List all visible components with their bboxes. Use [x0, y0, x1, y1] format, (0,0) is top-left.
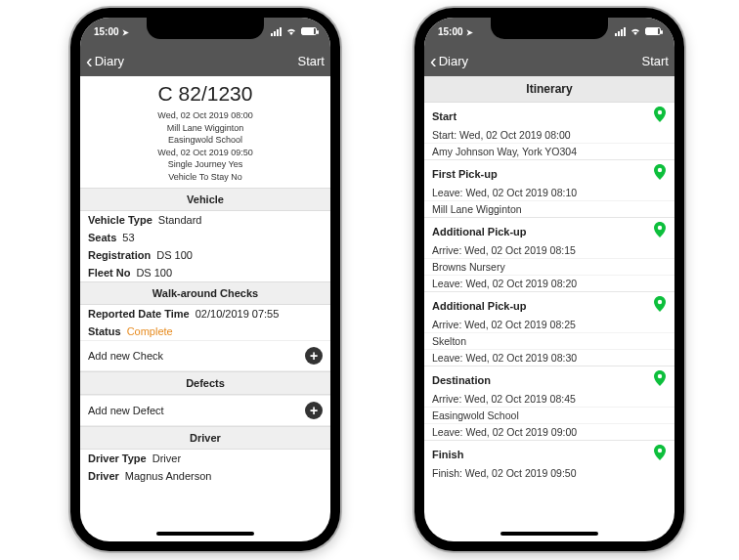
- kv-row-status: StatusComplete: [80, 323, 330, 340]
- stop-line: Amy Johnson Way, York YO304: [424, 143, 674, 159]
- stop-line: Leave: Wed, 02 Oct 2019 08:10: [424, 185, 674, 200]
- chevron-left-icon: ‹: [430, 51, 437, 70]
- status-icons: [271, 26, 317, 36]
- stop-name: Destination: [432, 374, 491, 386]
- kv-row: Fleet NoDS 100: [80, 264, 330, 281]
- add-check-row[interactable]: Add new Check +: [80, 340, 330, 371]
- map-pin-icon[interactable]: [653, 370, 667, 389]
- status-time: 15:00: [438, 26, 473, 37]
- back-button[interactable]: ‹Diary: [430, 51, 468, 70]
- section-header-checks: Walk-around Checks: [80, 281, 330, 305]
- stop-label[interactable]: Additional Pick-up: [424, 217, 674, 242]
- svg-point-1: [658, 168, 662, 172]
- meta-line: Easingwold School: [80, 134, 330, 147]
- notch: [491, 18, 608, 39]
- section-header-vehicle: Vehicle: [80, 188, 330, 211]
- itinerary-content: Itinerary StartStart: Wed, 02 Oct 2019 0…: [424, 76, 674, 541]
- stop-line: Start: Wed, 02 Oct 2019 08:00: [424, 127, 674, 143]
- itinerary-header: Itinerary: [424, 76, 674, 103]
- stop-name: Additional Pick-up: [432, 300, 527, 312]
- add-defect-row[interactable]: Add new Defect +: [80, 395, 330, 426]
- stop-line: Arrive: Wed, 02 Oct 2019 08:25: [424, 317, 674, 332]
- stop-label[interactable]: Start: [424, 103, 674, 127]
- stop-line: Leave: Wed, 02 Oct 2019 09:00: [424, 423, 674, 440]
- job-header: C 82/1230 Wed, 02 Oct 2019 08:00 Mill La…: [80, 76, 330, 188]
- meta-line: Single Journey Yes: [80, 158, 330, 171]
- plus-icon: +: [305, 347, 323, 365]
- svg-point-0: [658, 110, 662, 114]
- section-header-defects: Defects: [80, 371, 330, 395]
- nav-bar: ‹Diary Start: [424, 45, 674, 76]
- stop-line: Skelton: [424, 332, 674, 349]
- meta-line: Mill Lane Wigginton: [80, 122, 330, 135]
- stop-label[interactable]: Additional Pick-up: [424, 291, 674, 317]
- location-icon: [122, 26, 129, 37]
- stop-name: First Pick-up: [432, 168, 498, 180]
- back-label: Diary: [439, 54, 468, 68]
- add-defect-label: Add new Defect: [88, 405, 164, 416]
- phone-mockup-itinerary: 15:00 ‹Diary Start Itinerary StartStart:…: [414, 8, 684, 551]
- notch: [147, 18, 264, 39]
- stop-line: Leave: Wed, 02 Oct 2019 08:20: [424, 275, 674, 291]
- stop-line: Mill Lane Wigginton: [424, 200, 674, 217]
- back-button[interactable]: ‹Diary: [86, 51, 124, 70]
- status-icons: [615, 26, 661, 36]
- start-button[interactable]: Start: [642, 54, 669, 68]
- home-indicator[interactable]: [156, 532, 254, 536]
- svg-point-4: [658, 374, 662, 378]
- kv-row: Reported Date Time02/10/2019 07:55: [80, 305, 330, 323]
- chevron-left-icon: ‹: [86, 51, 93, 70]
- stop-name: Start: [432, 110, 456, 122]
- meta-line: Vehicle To Stay No: [80, 171, 330, 184]
- svg-point-2: [658, 226, 662, 230]
- kv-row: Seats53: [80, 229, 330, 246]
- wifi-icon: [285, 26, 297, 36]
- stop-line: Arrive: Wed, 02 Oct 2019 08:15: [424, 242, 674, 258]
- svg-point-5: [658, 449, 662, 452]
- map-pin-icon[interactable]: [653, 222, 667, 240]
- wifi-icon: [630, 26, 641, 36]
- stop-label[interactable]: Finish: [424, 440, 674, 465]
- kv-row: RegistrationDS 100: [80, 246, 330, 264]
- battery-icon: [645, 27, 661, 35]
- section-header-driver: Driver: [80, 426, 330, 450]
- stop-label[interactable]: First Pick-up: [424, 159, 674, 185]
- stop-label[interactable]: Destination: [424, 366, 674, 391]
- kv-row: DriverMagnus Anderson: [80, 467, 330, 485]
- map-pin-icon[interactable]: [653, 164, 667, 183]
- map-pin-icon[interactable]: [653, 296, 667, 315]
- svg-point-3: [658, 300, 662, 304]
- map-pin-icon[interactable]: [653, 445, 667, 463]
- signal-icon: [615, 27, 626, 36]
- signal-icon: [271, 27, 282, 36]
- meta-line: Wed, 02 Oct 2019 09:50: [80, 147, 330, 159]
- screen: 15:00 ‹Diary Start C 82/1230 Wed, 02 Oct…: [80, 18, 330, 541]
- kv-row: Vehicle TypeStandard: [80, 211, 330, 229]
- job-code: C 82/1230: [80, 82, 330, 106]
- stop-line: Finish: Wed, 02 Oct 2019 09:50: [424, 465, 674, 481]
- back-label: Diary: [95, 54, 124, 68]
- phone-mockup-job-details: 15:00 ‹Diary Start C 82/1230 Wed, 02 Oct…: [70, 8, 340, 551]
- stop-name: Finish: [432, 449, 463, 460]
- screen: 15:00 ‹Diary Start Itinerary StartStart:…: [424, 18, 674, 541]
- job-content: C 82/1230 Wed, 02 Oct 2019 08:00 Mill La…: [80, 76, 330, 541]
- stop-line: Leave: Wed, 02 Oct 2019 08:30: [424, 349, 674, 366]
- battery-icon: [301, 27, 317, 35]
- start-button[interactable]: Start: [298, 54, 325, 68]
- plus-icon: +: [305, 402, 323, 419]
- map-pin-icon[interactable]: [653, 107, 667, 125]
- stop-line: Browns Nursery: [424, 258, 674, 275]
- stop-name: Additional Pick-up: [432, 226, 527, 237]
- meta-line: Wed, 02 Oct 2019 08:00: [80, 109, 330, 122]
- stop-line: Easingwold School: [424, 407, 674, 423]
- location-icon: [466, 26, 473, 37]
- status-time: 15:00: [94, 26, 129, 37]
- stop-line: Arrive: Wed, 02 Oct 2019 08:45: [424, 391, 674, 407]
- nav-bar: ‹Diary Start: [80, 45, 330, 76]
- kv-row: Driver TypeDriver: [80, 450, 330, 467]
- home-indicator[interactable]: [500, 532, 598, 536]
- add-check-label: Add new Check: [88, 350, 163, 362]
